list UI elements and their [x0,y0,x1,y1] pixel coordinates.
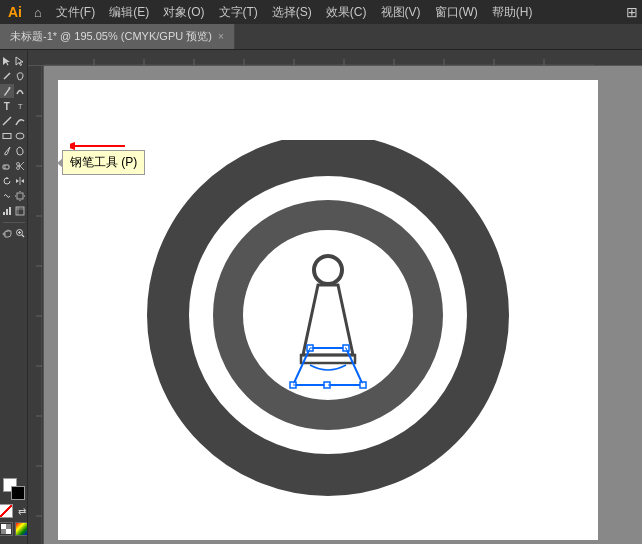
svg-line-2 [4,73,10,79]
tool-pair-graph [0,204,27,218]
svg-rect-6 [3,134,11,139]
menu-bar: Ai ⌂ 文件(F) 编辑(E) 对象(O) 文字(T) 选择(S) 效果(C)… [0,0,642,24]
tool-pair-pen [0,84,27,98]
magic-wand-tool[interactable] [0,69,14,83]
svg-marker-17 [21,179,24,183]
svg-line-5 [3,117,11,125]
svg-rect-8 [3,165,9,169]
hand-tool[interactable] [0,226,14,240]
home-icon[interactable]: ⌂ [34,5,42,20]
type-tool[interactable]: T [0,99,14,113]
select-tool[interactable] [0,54,14,68]
tool-pair-warp [0,189,27,203]
menu-effect[interactable]: 效果(C) [320,2,373,23]
tool-divider [3,222,25,223]
ruler-ticks-h [44,51,594,65]
document-tab[interactable]: 未标题-1* @ 195.05% (CMYK/GPU 预览) × [0,24,235,49]
tool-pair-shape [0,129,27,143]
svg-rect-36 [6,529,11,534]
menu-edit[interactable]: 编辑(E) [103,2,155,23]
artwork-svg [138,140,518,520]
menu-window[interactable]: 窗口(W) [429,2,484,23]
svg-marker-1 [16,57,23,66]
direct-select-tool[interactable] [14,54,28,68]
reflect-tool[interactable] [14,174,28,188]
svg-point-4 [8,87,10,89]
no-color-indicator[interactable] [0,504,13,518]
app-logo: Ai [4,4,26,20]
svg-rect-21 [15,196,16,197]
artboard [58,80,598,540]
stroke-indicator[interactable] [11,486,25,500]
warp-tool[interactable] [0,189,14,203]
gradient-indicator[interactable] [15,522,29,536]
blob-brush-tool[interactable] [14,144,28,158]
ruler-ticks-v [28,66,42,544]
tool-pair-eraser [0,159,27,173]
tool-pair-view [0,226,27,240]
toolbar: T T [0,50,28,544]
svg-rect-20 [20,200,21,201]
pen-tool[interactable] [0,84,14,98]
menu-file[interactable]: 文件(F) [50,2,101,23]
main-area: T T [0,50,642,544]
lasso-tool[interactable] [14,69,28,83]
svg-point-7 [16,133,24,139]
menu-object[interactable]: 对象(O) [157,2,210,23]
menu-select[interactable]: 选择(S) [266,2,318,23]
menu-text[interactable]: 文字(T) [213,2,264,23]
svg-rect-18 [17,193,23,199]
color-area: ⇄ [0,478,28,540]
fill-stroke-box[interactable] [3,478,25,500]
svg-rect-62 [301,355,355,363]
tool-pair-wand [0,69,27,83]
svg-rect-35 [1,529,6,534]
svg-rect-23 [3,212,5,215]
curvature-tool[interactable] [14,84,28,98]
rectangle-tool[interactable] [0,129,14,143]
free-transform-tool[interactable] [14,189,28,203]
ellipse-tool[interactable] [14,129,28,143]
color-mode-icon[interactable] [0,522,13,536]
menu-help[interactable]: 帮助(H) [486,2,539,23]
paintbrush-tool[interactable] [0,144,14,158]
graph-tool[interactable] [0,204,14,218]
ruler-horizontal [28,50,642,66]
swap-colors-icon[interactable]: ⇄ [15,504,29,518]
menu-view[interactable]: 视图(V) [375,2,427,23]
arc-tool[interactable] [14,114,28,128]
line-segment-tool[interactable] [0,114,14,128]
svg-marker-16 [16,179,19,183]
zoom-tool[interactable] [14,226,28,240]
tool-pair-line [0,114,27,128]
ruler-vertical [28,66,44,544]
eraser-tool[interactable] [0,159,14,173]
canvas-area[interactable]: 钢笔工具 (P) [28,50,642,544]
rotate-tool[interactable] [0,174,14,188]
svg-line-30 [22,235,24,237]
touch-type-tool[interactable]: T [14,99,28,113]
tool-pair-select [0,54,27,68]
scissors-tool[interactable] [14,159,28,173]
svg-marker-0 [3,57,10,66]
tab-label: 未标题-1* @ 195.05% (CMYK/GPU 预览) [10,29,212,44]
svg-rect-26 [16,207,24,215]
svg-rect-19 [20,191,21,192]
svg-rect-25 [9,207,11,215]
tool-pair-brush [0,144,27,158]
artboard-tool[interactable] [14,204,28,218]
svg-point-60 [314,256,342,284]
panel-grid-icon[interactable]: ⊞ [626,4,638,20]
tool-pair-type: T T [0,99,27,113]
svg-rect-34 [6,524,11,529]
svg-rect-22 [24,196,25,197]
tab-close-button[interactable]: × [218,31,224,42]
tab-bar: 未标题-1* @ 195.05% (CMYK/GPU 预览) × [0,24,642,50]
svg-rect-33 [1,524,6,529]
tool-pair-transform [0,174,27,188]
svg-rect-24 [6,209,8,215]
